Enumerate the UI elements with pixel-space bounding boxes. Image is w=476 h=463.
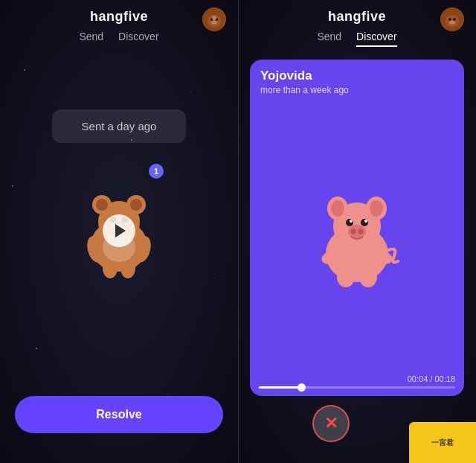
card-header: Yojovida more than a week ago bbox=[250, 60, 464, 100]
svg-point-27 bbox=[448, 18, 451, 21]
svg-point-29 bbox=[449, 21, 455, 25]
play-icon bbox=[115, 224, 126, 237]
left-tab-discover[interactable]: Discover bbox=[118, 31, 158, 47]
sent-message-box: Sent a day ago bbox=[52, 109, 187, 143]
right-avatar[interactable] bbox=[440, 7, 464, 31]
star bbox=[167, 394, 167, 395]
svg-point-37 bbox=[361, 219, 368, 226]
right-header: hangfive Send Discover bbox=[238, 0, 476, 50]
dismiss-button[interactable]: ✕ bbox=[312, 405, 350, 442]
left-panel: hangfive Send Discover Sent a day ago 1 bbox=[0, 0, 238, 463]
bear-character[interactable] bbox=[67, 179, 171, 283]
total-time: 00:18 bbox=[434, 374, 455, 383]
svg-point-45 bbox=[337, 266, 355, 287]
svg-point-39 bbox=[364, 220, 367, 223]
svg-point-38 bbox=[350, 220, 353, 223]
left-tab-send[interactable]: Send bbox=[79, 31, 103, 47]
svg-point-41 bbox=[351, 229, 356, 234]
svg-point-42 bbox=[358, 229, 364, 234]
star bbox=[214, 278, 215, 278]
x-icon: ✕ bbox=[324, 414, 338, 433]
pig-svg bbox=[298, 176, 416, 295]
play-button[interactable] bbox=[103, 214, 135, 247]
right-panel: hangfive Send Discover Yojovida more tha… bbox=[238, 0, 476, 463]
card-username: Yojovida bbox=[260, 68, 454, 83]
svg-point-28 bbox=[453, 18, 456, 21]
right-tab-discover[interactable]: Discover bbox=[356, 31, 396, 47]
video-card: Yojovida more than a week ago bbox=[250, 60, 464, 396]
avatar-icon bbox=[202, 7, 226, 31]
progress-dot bbox=[298, 383, 306, 392]
svg-point-34 bbox=[331, 200, 344, 217]
time-display: 00:04 / 00:18 bbox=[259, 374, 455, 383]
right-app-title: hangfive bbox=[328, 9, 386, 25]
star bbox=[12, 185, 13, 187]
left-avatar[interactable] bbox=[202, 7, 226, 31]
left-header: hangfive Send Discover bbox=[0, 0, 238, 50]
svg-point-46 bbox=[359, 266, 377, 287]
star bbox=[24, 69, 25, 71]
current-time: 00:04 bbox=[408, 374, 428, 383]
star bbox=[36, 348, 37, 349]
sent-message-text: Sent a day ago bbox=[82, 120, 157, 132]
svg-point-7 bbox=[212, 16, 216, 20]
left-tabs: Send Discover bbox=[79, 31, 158, 50]
svg-point-13 bbox=[130, 199, 142, 211]
resolve-button[interactable]: Resolve bbox=[15, 396, 223, 433]
progress-bar[interactable] bbox=[259, 386, 455, 389]
notification-badge: 1 bbox=[149, 164, 164, 179]
star bbox=[190, 92, 191, 93]
right-avatar-icon bbox=[440, 7, 464, 31]
video-controls: 00:04 / 00:18 bbox=[250, 370, 464, 396]
card-content bbox=[250, 100, 464, 370]
svg-point-36 bbox=[346, 219, 353, 226]
watermark: 一言君 bbox=[409, 422, 476, 463]
panel-divider bbox=[238, 0, 239, 463]
svg-point-6 bbox=[211, 21, 217, 25]
watermark-text: 一言君 bbox=[431, 438, 454, 448]
right-tab-send[interactable]: Send bbox=[317, 31, 341, 47]
left-app-title: hangfive bbox=[90, 9, 148, 25]
progress-fill bbox=[259, 386, 302, 389]
svg-point-12 bbox=[96, 199, 108, 211]
card-time: more than a week ago bbox=[260, 85, 454, 95]
right-tabs: Send Discover bbox=[317, 31, 396, 50]
svg-point-35 bbox=[370, 200, 383, 217]
